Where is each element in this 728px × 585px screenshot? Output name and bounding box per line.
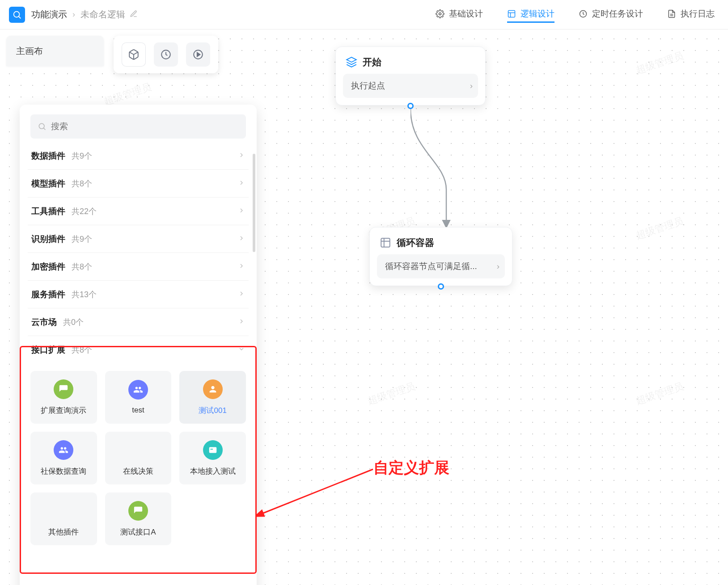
plugin-name: 扩展查询演示 (41, 405, 86, 416)
nav-schedule-label: 定时任务设计 (592, 8, 643, 20)
node-start-body-text: 执行起点 (351, 80, 385, 92)
plugin-card[interactable]: 在线决策 (105, 432, 172, 484)
svg-rect-7 (209, 447, 216, 453)
plugin-card[interactable]: 测试001 (179, 371, 246, 424)
plugin-grid: 扩展查询演示test测试001社保数据查询在线决策本地接入测试其他插件测试接口A (28, 371, 249, 545)
category-count: 共8个 (72, 178, 238, 189)
plugin-card[interactable]: 本地接入测试 (179, 432, 246, 484)
tool-package-button[interactable] (122, 42, 146, 67)
top-nav: 基础设计 逻辑设计 定时任务设计 执行日志 (436, 0, 715, 29)
svg-line-9 (261, 469, 373, 514)
node-loop-body-text: 循环容器节点可满足循... (385, 261, 477, 272)
tool-run-button[interactable] (186, 42, 210, 67)
svg-point-6 (39, 123, 44, 129)
node-start[interactable]: 开始 执行起点 › (335, 46, 486, 105)
chevron-right-icon: › (470, 81, 473, 91)
nav-logic-label: 逻辑设计 (521, 8, 554, 20)
plugin-name: 其他插件 (48, 527, 79, 537)
svg-rect-10 (381, 238, 390, 247)
svg-point-1 (439, 13, 441, 15)
category-label: 接口扩展 (31, 344, 65, 356)
category-row[interactable]: 加密插件共8个 (28, 253, 249, 281)
breadcrumb-main[interactable]: 功能演示 (31, 8, 67, 21)
clock-icon (579, 9, 588, 18)
people-icon (54, 440, 73, 460)
node-start-title: 开始 (363, 56, 381, 68)
scrollbar[interactable] (253, 154, 255, 252)
category-label: 云市场 (31, 316, 57, 328)
plugin-search-input[interactable] (51, 122, 239, 131)
node-loop-title: 循环容器 (397, 236, 434, 249)
chevron-right-icon: › (497, 261, 499, 271)
category-row[interactable]: 接口扩展共8个 (28, 336, 249, 364)
node-loop-out-port[interactable] (438, 283, 444, 290)
watermark: 超级管理员 (102, 80, 153, 109)
svg-rect-2 (508, 11, 515, 17)
svg-point-0 (14, 11, 20, 17)
chevron-down-icon (238, 345, 245, 354)
category-label: 服务插件 (31, 289, 65, 300)
category-count: 共22个 (72, 206, 238, 217)
connector-start-to-loop (411, 109, 482, 229)
layout-icon (507, 9, 516, 18)
watermark: 超级管理员 (366, 380, 417, 408)
canvas-tab-label: 主画布 (16, 45, 43, 57)
category-count: 共0个 (63, 317, 238, 328)
plugin-card[interactable]: 测试接口A (105, 492, 172, 545)
plugin-card[interactable]: 扩展查询演示 (30, 371, 97, 424)
node-toolbar (114, 36, 218, 73)
topbar: 功能演示 › 未命名逻辑 基础设计 逻辑设计 定时任务设计 执行日志 (0, 0, 728, 29)
svg-rect-8 (210, 449, 213, 450)
nav-execution-log[interactable]: 执行日志 (667, 8, 715, 21)
breadcrumb-separator-icon: › (72, 10, 75, 19)
annotation-label: 自定义扩展 (373, 458, 449, 478)
canvas[interactable]: 超级管理员 超级管理员 超级管理员 超级管理员 超级管理员 超级管理员 超级管理… (0, 29, 728, 585)
category-label: 识别插件 (31, 233, 65, 245)
category-label: 数据插件 (31, 150, 65, 162)
watermark: 超级管理员 (634, 49, 685, 77)
chevron-right-icon (238, 290, 245, 299)
search-icon (38, 122, 47, 131)
category-row[interactable]: 数据插件共9个 (28, 142, 249, 170)
edit-icon[interactable] (130, 10, 138, 20)
watermark: 超级管理员 (634, 380, 685, 408)
plugin-search[interactable] (30, 114, 246, 139)
chevron-right-icon (238, 262, 245, 271)
chevron-right-icon (238, 179, 245, 188)
category-label: 模型插件 (31, 178, 65, 189)
category-count: 共9个 (72, 234, 238, 244)
category-row[interactable]: 工具插件共22个 (28, 198, 249, 225)
chevron-right-icon (238, 207, 245, 216)
gear-icon (436, 9, 444, 18)
people-icon (128, 380, 148, 400)
nav-basic-design[interactable]: 基础设计 (436, 8, 483, 21)
node-start-header: 开始 (343, 54, 478, 74)
plugin-panel: 数据插件共9个模型插件共8个工具插件共22个识别插件共9个加密插件共8个服务插件… (20, 105, 257, 585)
chevron-right-icon (238, 235, 245, 244)
node-loop-body[interactable]: 循环容器节点可满足循... › (377, 254, 505, 278)
category-row[interactable]: 服务插件共13个 (28, 281, 249, 308)
breadcrumb-sub[interactable]: 未命名逻辑 (80, 8, 125, 21)
plugin-name: 本地接入测试 (190, 466, 236, 476)
node-start-out-port[interactable] (407, 103, 414, 109)
plugin-card[interactable]: test (105, 371, 172, 424)
category-row[interactable]: 识别插件共9个 (28, 225, 249, 253)
category-row[interactable]: 云市场共0个 (28, 308, 249, 336)
tool-history-button[interactable] (154, 42, 178, 67)
card-icon (203, 440, 223, 460)
category-count: 共13个 (72, 289, 238, 300)
canvas-tab-main[interactable]: 主画布 (6, 36, 104, 66)
plugin-card[interactable]: 其他插件 (30, 492, 97, 545)
category-label: 工具插件 (31, 206, 65, 217)
category-row[interactable]: 模型插件共8个 (28, 170, 249, 198)
layers-icon (346, 56, 357, 68)
plugin-card[interactable]: 社保数据查询 (30, 432, 97, 484)
person-icon (203, 379, 223, 399)
nav-logic-design[interactable]: 逻辑设计 (507, 7, 554, 23)
plugin-name: test (132, 406, 144, 415)
node-loop[interactable]: 循环容器 循环容器节点可满足循... › (369, 227, 512, 286)
chat-icon (54, 379, 73, 399)
plugin-name: 测试001 (199, 405, 226, 416)
nav-schedule-design[interactable]: 定时任务设计 (579, 8, 643, 21)
node-start-body[interactable]: 执行起点 › (343, 74, 478, 98)
